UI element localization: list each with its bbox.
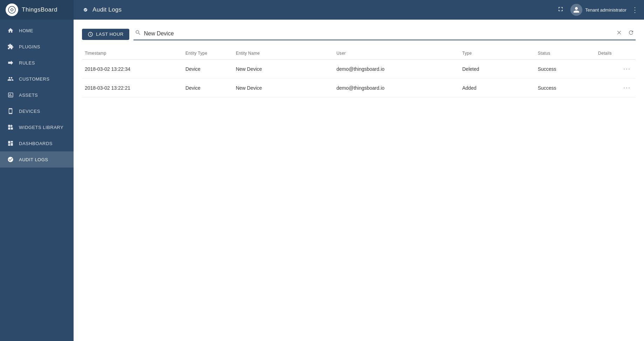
row-1-entity-type: Device bbox=[183, 79, 233, 97]
sidebar-item-audit-logs-label: AUDIT LOGS bbox=[19, 157, 48, 162]
main-area: Audit Logs Tenant administrator ⋮ LAST H… bbox=[74, 0, 644, 341]
row-0-more-button[interactable]: ··· bbox=[621, 64, 633, 73]
sidebar-item-dashboards-label: DASHBOARDS bbox=[19, 141, 53, 146]
sidebar-item-devices[interactable]: DEVICES bbox=[0, 103, 74, 119]
devices-icon bbox=[7, 108, 14, 115]
search-refresh-button[interactable] bbox=[626, 28, 636, 39]
widgets-icon bbox=[7, 124, 14, 131]
row-0-type: Deleted bbox=[459, 60, 535, 79]
col-header-details: Details bbox=[595, 47, 636, 60]
content-area: LAST HOUR Timestamp Entity Type bbox=[74, 20, 644, 341]
table-row: 2018-03-02 13:22:34 Device New Device de… bbox=[82, 60, 636, 79]
row-0-status: Success bbox=[535, 60, 595, 79]
audit-logs-table: Timestamp Entity Type Entity Name User T… bbox=[82, 47, 636, 97]
sidebar-item-audit-logs[interactable]: AUDIT LOGS bbox=[0, 151, 74, 168]
col-header-user: User bbox=[334, 47, 459, 60]
sidebar-item-rules-label: RULES bbox=[19, 60, 35, 66]
logo-area[interactable]: ThingsBoard bbox=[0, 0, 74, 20]
logo-text: ThingsBoard bbox=[22, 6, 57, 13]
col-header-status: Status bbox=[535, 47, 595, 60]
sidebar-item-devices-label: DEVICES bbox=[19, 109, 40, 114]
last-hour-label: LAST HOUR bbox=[96, 32, 124, 37]
row-0-entity-name: New Device bbox=[233, 60, 334, 79]
col-header-entity-type: Entity Type bbox=[183, 47, 233, 60]
topbar-right: Tenant administrator ⋮ bbox=[556, 4, 638, 16]
svg-point-1 bbox=[11, 9, 13, 11]
row-1-user: demo@thingsboard.io bbox=[334, 79, 459, 97]
col-header-timestamp: Timestamp bbox=[82, 47, 183, 60]
logo-icon bbox=[6, 4, 18, 16]
search-row bbox=[133, 28, 636, 40]
dashboards-icon bbox=[7, 140, 14, 147]
sidebar-nav: HOME PLUGINS RULES CUSTOMERS ASSETS bbox=[0, 20, 74, 341]
sidebar: ThingsBoard HOME PLUGINS RULES CUSTOMERS bbox=[0, 0, 74, 341]
sidebar-item-assets-label: ASSETS bbox=[19, 93, 38, 98]
toolbar-row: LAST HOUR bbox=[82, 28, 636, 40]
sidebar-item-widgets-label: WIDGETS LIBRARY bbox=[19, 125, 63, 130]
assets-icon bbox=[7, 91, 14, 98]
topbar-more-button[interactable]: ⋮ bbox=[631, 6, 638, 14]
search-icon bbox=[135, 29, 141, 37]
topbar: Audit Logs Tenant administrator ⋮ bbox=[74, 0, 644, 20]
table-header: Timestamp Entity Type Entity Name User T… bbox=[82, 47, 636, 60]
col-header-entity-name: Entity Name bbox=[233, 47, 334, 60]
sidebar-item-home[interactable]: HOME bbox=[0, 22, 74, 39]
sidebar-item-plugins-label: PLUGINS bbox=[19, 44, 40, 49]
sidebar-item-assets[interactable]: ASSETS bbox=[0, 87, 74, 103]
sidebar-item-widgets-library[interactable]: WIDGETS LIBRARY bbox=[0, 119, 74, 135]
row-1-entity-name: New Device bbox=[233, 79, 334, 97]
topbar-title: Audit Logs bbox=[93, 6, 122, 13]
col-header-type: Type bbox=[459, 47, 535, 60]
search-input[interactable] bbox=[144, 29, 612, 38]
user-avatar bbox=[570, 4, 582, 16]
row-0-user: demo@thingsboard.io bbox=[334, 60, 459, 79]
search-clear-button[interactable] bbox=[615, 28, 624, 39]
home-icon bbox=[7, 27, 14, 34]
row-0-entity-type: Device bbox=[183, 60, 233, 79]
topbar-left: Audit Logs bbox=[82, 6, 122, 13]
row-0-timestamp: 2018-03-02 13:22:34 bbox=[82, 60, 183, 79]
plugins-icon bbox=[7, 43, 14, 50]
customers-icon bbox=[7, 75, 14, 82]
sidebar-item-customers[interactable]: CUSTOMERS bbox=[0, 71, 74, 87]
fullscreen-button[interactable] bbox=[556, 4, 566, 16]
row-1-timestamp: 2018-03-02 13:22:21 bbox=[82, 79, 183, 97]
table-body: 2018-03-02 13:22:34 Device New Device de… bbox=[82, 60, 636, 97]
audit-logs-topbar-icon bbox=[82, 6, 89, 13]
row-1-more-button[interactable]: ··· bbox=[621, 83, 633, 92]
sidebar-item-customers-label: CUSTOMERS bbox=[19, 76, 49, 82]
last-hour-button[interactable]: LAST HOUR bbox=[82, 29, 129, 40]
audit-logs-icon bbox=[7, 156, 14, 163]
row-1-details: ··· bbox=[595, 79, 636, 97]
user-name: Tenant administrator bbox=[585, 7, 626, 13]
sidebar-item-rules[interactable]: RULES bbox=[0, 55, 74, 71]
table-row: 2018-03-02 13:22:21 Device New Device de… bbox=[82, 79, 636, 97]
rules-icon bbox=[7, 59, 14, 66]
row-0-details: ··· bbox=[595, 60, 636, 79]
sidebar-item-dashboards[interactable]: DASHBOARDS bbox=[0, 135, 74, 151]
row-1-status: Success bbox=[535, 79, 595, 97]
sidebar-item-home-label: HOME bbox=[19, 28, 33, 33]
user-area[interactable]: Tenant administrator bbox=[570, 4, 626, 16]
sidebar-item-plugins[interactable]: PLUGINS bbox=[0, 39, 74, 55]
row-1-type: Added bbox=[459, 79, 535, 97]
